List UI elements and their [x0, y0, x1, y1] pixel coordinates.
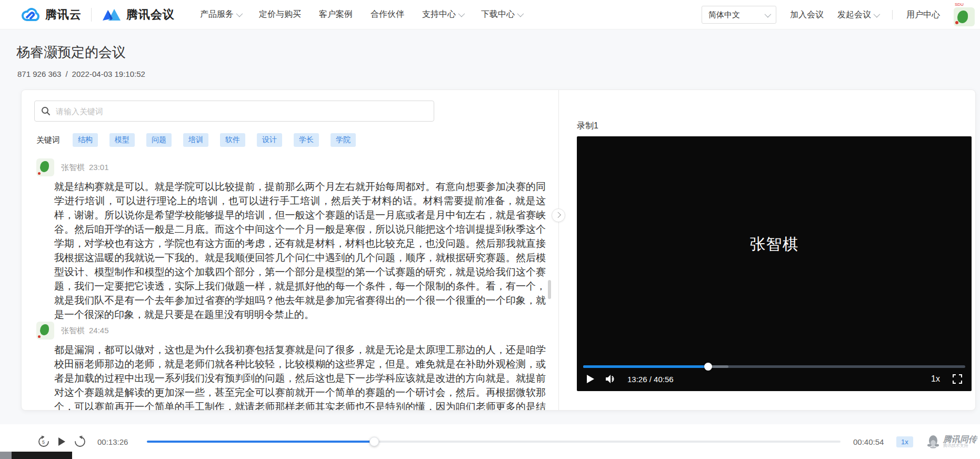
- cloud-logo-icon: [19, 6, 41, 23]
- chevron-down-icon: [765, 11, 772, 17]
- nav-item-cases[interactable]: 客户案例: [319, 9, 353, 20]
- message-text[interactable]: 都是漏洞，都可以做对，这也是为什么我初赛包括复赛就是问了很多，就是无论是太原理工…: [54, 343, 546, 411]
- meeting-meta: 871 926 363 / 2022-04-03 19:10:52: [17, 69, 145, 78]
- search-input[interactable]: [56, 107, 427, 116]
- playback-thumb[interactable]: [369, 437, 379, 446]
- svg-text:5: 5: [42, 440, 45, 445]
- nav-item-support[interactable]: 支持中心: [422, 9, 463, 20]
- video-player[interactable]: 张智棋 13:26 / 40:56 1x: [577, 136, 972, 391]
- forward-icon[interactable]: [74, 436, 86, 447]
- playback-slider[interactable]: [147, 441, 841, 443]
- panel-divider: [558, 90, 559, 410]
- playback-fill: [147, 441, 374, 443]
- brand-divider: [91, 8, 92, 22]
- meeting-id: 871 926 363: [17, 69, 61, 78]
- nav-item-download[interactable]: 下载中心: [481, 9, 522, 20]
- nav-links: 产品服务 定价与购买 客户案例 合作伙伴 支持中心 下载中心: [200, 9, 522, 20]
- fullscreen-icon[interactable]: [953, 374, 962, 384]
- bottom-left-window-fragment: [0, 452, 72, 459]
- speaker-name: 张智棋: [61, 322, 85, 340]
- nav-divider: [892, 10, 893, 19]
- brand-subtext: 腾讯技术支持: [943, 444, 977, 448]
- video-playback-rate[interactable]: 1x: [931, 374, 940, 384]
- video-progress-bar[interactable]: [583, 365, 965, 368]
- replay-5s-icon[interactable]: 5: [38, 436, 49, 447]
- nav-item-partners[interactable]: 合作伙伴: [371, 9, 404, 20]
- user-center-button[interactable]: 用户中心: [906, 9, 940, 21]
- keyword-tag[interactable]: 学院: [331, 133, 356, 147]
- nav-item-pricing[interactable]: 定价与购买: [259, 9, 301, 20]
- top-navbar: 腾讯云 腾讯会议 产品服务 定价与购买 客户案例 合作伙伴 支持中心 下载中心 …: [0, 0, 980, 29]
- player-play-button[interactable]: [58, 437, 66, 446]
- keyword-search-box[interactable]: [34, 101, 434, 122]
- keyword-tag[interactable]: 问题: [146, 133, 172, 147]
- penguin-logo-icon: [927, 435, 939, 448]
- video-progress-fill: [583, 365, 708, 368]
- chevron-down-icon: [458, 11, 465, 17]
- transcript-message[interactable]: 张智棋 24:45 都是漏洞，都可以做对，这也是为什么我初赛包括复赛就是问了很多…: [36, 322, 546, 411]
- brand-name: 腾讯同传: [943, 435, 977, 444]
- language-select[interactable]: 简体中文: [702, 6, 776, 24]
- speaker-name: 张智棋: [61, 158, 85, 176]
- keyword-tag[interactable]: 学长: [294, 133, 319, 147]
- keyword-tag[interactable]: 设计: [257, 133, 282, 147]
- speaker-avatar: [36, 158, 54, 176]
- recording-label: 录制1: [577, 121, 598, 132]
- video-controls: 13:26 / 40:56 1x: [577, 370, 972, 388]
- message-meta: 张智棋 23:01: [54, 158, 546, 176]
- total-time: 00:40:54: [853, 437, 893, 446]
- avatar-image: [954, 7, 975, 26]
- transmart-brand: 腾讯同传 腾讯技术支持: [927, 435, 977, 448]
- message-timestamp[interactable]: 23:01: [89, 158, 109, 176]
- tencent-meeting-logo[interactable]: 腾讯会议: [101, 7, 175, 23]
- audio-player-bar: 5 00:13:26 00:40:54 1x 腾讯同传 腾讯技术支持: [0, 424, 980, 459]
- main-card: 关键词 结构 模型 问题 培训 软件 设计 学长 学院 张智棋 23:01 就是…: [21, 89, 976, 411]
- tencent-cloud-wordmark: 腾讯云: [45, 7, 82, 23]
- brand-group: 腾讯云 腾讯会议: [19, 6, 175, 23]
- start-meeting-button[interactable]: 发起会议: [837, 9, 878, 21]
- meeting-datetime: 2022-04-03 19:10:52: [72, 69, 145, 78]
- keyword-tag[interactable]: 模型: [109, 133, 135, 147]
- nav-item-products[interactable]: 产品服务: [200, 9, 241, 20]
- current-time: 00:13:26: [97, 437, 135, 446]
- keywords-row: 关键词 结构 模型 问题 培训 软件 设计 学长 学院: [36, 133, 356, 147]
- keyword-tag[interactable]: 结构: [73, 133, 98, 147]
- message-timestamp[interactable]: 24:45: [89, 322, 109, 340]
- message-meta: 张智棋 24:45: [54, 322, 546, 340]
- playback-rate-badge[interactable]: 1x: [896, 436, 913, 447]
- keywords-label: 关键词: [36, 135, 60, 145]
- chevron-right-icon: [555, 212, 561, 218]
- transcript-message[interactable]: 张智棋 23:01 就是结构赛就是可以。就是学院可以比较提前，提前那么两个月左右…: [36, 158, 546, 322]
- avatar-note: SDU: [955, 2, 964, 7]
- meeting-logo-icon: [101, 7, 122, 23]
- join-meeting-button[interactable]: 加入会议: [790, 9, 824, 21]
- keyword-tag[interactable]: 培训: [183, 133, 208, 147]
- volume-icon[interactable]: [605, 374, 617, 384]
- nav-right: 简体中文 加入会议 发起会议 用户中心 SDU: [702, 0, 973, 29]
- video-speaker-name: 张智棋: [577, 234, 972, 255]
- collapse-panel-button[interactable]: [552, 208, 565, 222]
- search-icon: [41, 106, 51, 116]
- player-buttons: 5: [38, 436, 86, 447]
- speaker-avatar: [36, 322, 54, 340]
- video-progress-thumb[interactable]: [704, 363, 712, 371]
- keyword-tag[interactable]: 软件: [220, 133, 245, 147]
- video-play-button[interactable]: [586, 374, 595, 384]
- video-time-display: 13:26 / 40:56: [627, 375, 674, 384]
- chevron-down-icon: [874, 11, 881, 17]
- transcript-list[interactable]: 张智棋 23:01 就是结构赛就是可以。就是学院可以比较提前，提前那么两个月左右…: [36, 158, 546, 411]
- transcript-scrollbar[interactable]: [548, 280, 551, 299]
- tencent-cloud-logo[interactable]: 腾讯云: [19, 6, 82, 23]
- tencent-meeting-wordmark: 腾讯会议: [126, 7, 175, 23]
- chevron-down-icon: [517, 11, 524, 17]
- message-text[interactable]: 就是结构赛就是可以。就是学院可以比较提前，提前那么两个月左右就开始每周都对。有意…: [54, 179, 546, 322]
- meta-separator: /: [65, 69, 67, 78]
- user-avatar[interactable]: SDU: [954, 3, 973, 26]
- page-title: 杨睿灏预定的会议: [16, 43, 126, 62]
- chevron-down-icon: [236, 11, 243, 17]
